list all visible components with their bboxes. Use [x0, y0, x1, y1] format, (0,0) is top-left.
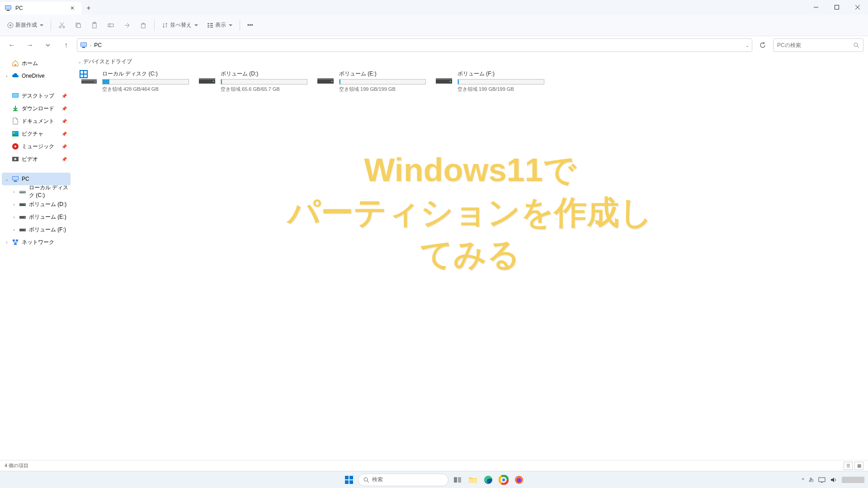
svg-rect-1 [5, 6, 11, 9]
volume-icon[interactable] [830, 476, 837, 483]
share-button[interactable] [120, 18, 134, 33]
view-button[interactable]: 表示 [203, 18, 236, 33]
tab-pc[interactable]: PC ✕ [0, 2, 81, 14]
svg-rect-101 [821, 482, 823, 483]
svg-point-43 [14, 145, 16, 147]
maximize-button[interactable] [826, 0, 847, 14]
pin-icon: 📌 [61, 106, 69, 111]
svg-line-87 [367, 481, 369, 483]
section-header[interactable]: ⌄ デバイスとドライブ [78, 58, 863, 66]
start-button[interactable] [343, 474, 355, 486]
copy-button[interactable] [71, 18, 85, 33]
network-icon[interactable] [818, 476, 826, 483]
body: ホーム › OneDrive デスクトップ 📌 ダウンロード 📌 ドキュメント [0, 54, 868, 460]
cut-button[interactable] [55, 18, 69, 33]
chrome-button[interactable] [497, 474, 510, 486]
explorer-button[interactable] [467, 474, 479, 486]
view-toggles: ☰ ▦ [844, 462, 863, 470]
more-button[interactable]: ••• [244, 18, 257, 33]
close-tab-icon[interactable]: ✕ [69, 5, 76, 12]
drive-item[interactable]: ローカル ディスク (C:)空き領域 428 GB/464 GB [78, 68, 191, 94]
task-view-button[interactable] [451, 474, 464, 486]
svg-rect-88 [454, 477, 457, 483]
window-controls [806, 0, 868, 14]
clock-area[interactable] [842, 477, 864, 483]
paste-button[interactable] [87, 18, 102, 33]
chevron-down-icon[interactable]: ⌄ [4, 176, 10, 182]
svg-point-99 [517, 478, 521, 483]
drive-usage-bar [339, 79, 426, 84]
tiles-view-button[interactable]: ▦ [854, 462, 863, 470]
address-segment[interactable]: PC [94, 42, 102, 48]
sidebar-item-localc[interactable]: › ローカル ディスク (C:) [2, 185, 71, 198]
drive-item[interactable]: ボリューム (D:)空き領域 65.6 GB/65.7 GB [196, 68, 309, 94]
svg-rect-84 [345, 480, 349, 484]
address-box[interactable]: › PC ⌄ [77, 38, 752, 52]
sidebar-item-downloads[interactable]: ダウンロード 📌 [2, 102, 71, 115]
firefox-button[interactable] [513, 474, 525, 486]
svg-rect-85 [349, 480, 353, 484]
sidebar-item-volf[interactable]: › ボリューム (F:) [2, 223, 71, 236]
drive-icon [19, 201, 26, 208]
chevron-right-icon[interactable]: › [11, 188, 17, 195]
svg-rect-80 [436, 78, 452, 80]
picture-icon [12, 130, 19, 137]
network-icon [12, 239, 19, 246]
chevron-right-icon[interactable]: › [4, 73, 10, 79]
tab-title: PC [15, 5, 23, 11]
drive-item[interactable]: ボリューム (E:)空き領域 199 GB/199 GB [315, 68, 428, 94]
sidebar-item-pc[interactable]: ⌄ PC [2, 173, 71, 185]
search-input[interactable] [777, 42, 853, 48]
back-button[interactable]: ← [5, 38, 19, 52]
sidebar-item-documents[interactable]: ドキュメント 📌 [2, 115, 71, 127]
drive-icon [435, 70, 453, 84]
forward-button[interactable]: → [23, 38, 37, 52]
svg-point-55 [24, 217, 25, 218]
sort-button[interactable]: 並べ替え [158, 18, 202, 33]
sidebar-item-network[interactable]: › ネットワーク [2, 236, 71, 249]
chevron-right-icon[interactable]: › [11, 214, 17, 220]
edge-button[interactable] [482, 474, 495, 486]
rename-button[interactable] [104, 18, 118, 33]
svg-rect-66 [80, 71, 83, 74]
svg-rect-28 [210, 25, 213, 26]
svg-rect-68 [80, 75, 83, 77]
svg-rect-27 [210, 23, 213, 24]
svg-rect-58 [13, 239, 15, 241]
sidebar-item-pictures[interactable]: ピクチャ 📌 [2, 127, 71, 140]
sidebar-item-vole[interactable]: › ボリューム (E:) [2, 211, 71, 223]
new-button[interactable]: 新規作成 [4, 18, 47, 33]
drive-icon [19, 188, 26, 195]
status-text: 4 個の項目 [5, 462, 28, 469]
new-tab-button[interactable]: + [81, 2, 96, 14]
close-button[interactable] [847, 0, 868, 14]
up-button[interactable]: ↑ [59, 38, 73, 52]
sidebar-item-onedrive[interactable]: › OneDrive [2, 70, 71, 82]
tray-expand-icon[interactable]: ^ [802, 477, 804, 483]
chevron-right-icon[interactable]: › [4, 239, 10, 245]
sidebar-item-vold[interactable]: › ボリューム (D:) [2, 198, 71, 211]
drive-item[interactable]: ボリューム (F:)空き領域 199 GB/199 GB [433, 68, 546, 94]
ime-indicator[interactable]: あ [809, 476, 814, 483]
drive-usage-bar [102, 79, 189, 84]
sidebar-item-music[interactable]: ミュージック 📌 [2, 140, 71, 153]
minimize-button[interactable] [806, 0, 826, 14]
chevron-right-icon[interactable]: › [11, 201, 17, 207]
sidebar-item-desktop[interactable]: デスクトップ 📌 [2, 89, 71, 102]
refresh-button[interactable] [756, 38, 769, 52]
delete-button[interactable] [136, 18, 151, 33]
chevron-right-icon[interactable]: › [11, 226, 17, 233]
svg-rect-19 [108, 24, 113, 27]
recent-button[interactable] [41, 38, 55, 52]
drive-name: ボリューム (F:) [458, 70, 544, 78]
details-view-button[interactable]: ☰ [844, 462, 853, 470]
taskbar-search[interactable]: 検索 [358, 474, 448, 486]
pin-icon: 📌 [61, 144, 69, 149]
search-box[interactable] [773, 38, 863, 52]
chevron-down-icon[interactable]: ⌄ [745, 43, 749, 48]
drive-icon [316, 70, 335, 84]
pin-icon: 📌 [61, 131, 69, 136]
sidebar-item-home[interactable]: ホーム [2, 57, 71, 70]
sidebar-item-videos[interactable]: ビデオ 📌 [2, 153, 71, 165]
svg-point-81 [450, 81, 451, 82]
